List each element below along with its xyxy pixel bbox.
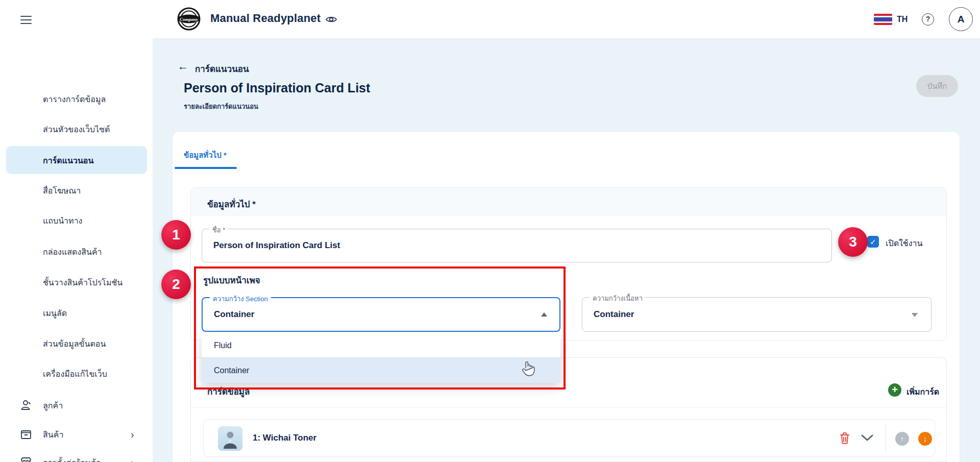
preview-eye-icon[interactable] [325, 15, 337, 24]
company-logo: Company [177, 7, 201, 31]
breadcrumb-back[interactable]: การ์ดแนวนอน [195, 62, 249, 76]
section-width-value: Container [214, 309, 254, 320]
site-title: Manual Readyplanet [210, 12, 321, 25]
sidebar-item-horizontal-card[interactable]: การ์ดแนวนอน [6, 146, 147, 174]
name-field-label: ชื่อ * [209, 225, 228, 235]
data-cards-title: การ์ดข้อมูล [207, 384, 250, 398]
caret-up-icon [541, 312, 547, 317]
thai-flag-icon[interactable] [874, 14, 892, 25]
section-width-label: ความกว้าง Section [210, 294, 271, 304]
card-row-avatar [218, 426, 242, 451]
store-settings-icon [19, 456, 33, 462]
tab-general-info[interactable]: ข้อมูลทั่วไป * [184, 149, 227, 161]
sidebar-item-web-editor-tools[interactable]: เครื่องมือแก้ไขเว็บ [0, 359, 153, 388]
page-title: Person of Inspiration Card List [184, 81, 370, 95]
section-divider [191, 407, 946, 408]
name-field[interactable]: ชื่อ * Person of Inspiration Card List [202, 229, 832, 262]
sidebar-nav: ตารางการ์ดข้อมูล ส่วนหัวของเว็บไซต์ การ์… [0, 38, 153, 462]
app-root: Company Manual Readyplanet TH ? A ตารางก… [0, 0, 980, 462]
row-actions-divider [886, 424, 886, 453]
content-width-label: ความกว้างเนื้อหา [590, 293, 646, 304]
add-card-plus-icon[interactable]: + [888, 383, 901, 397]
delete-card-trash-icon[interactable] [839, 431, 851, 445]
chevron-right-icon: › [131, 457, 134, 462]
expand-card-chevron-icon[interactable] [860, 433, 874, 443]
back-arrow-icon[interactable]: ← [178, 60, 188, 72]
sidebar-item-nav-bar[interactable]: แถบนำทาง [0, 206, 153, 235]
section-width-dropdown-menu: Fluid Container [202, 333, 560, 383]
sidebar-item-ad-media[interactable]: สื่อโฆษณา [0, 176, 153, 205]
annotation-badge-1: 1 [161, 220, 191, 250]
svg-text:Company: Company [180, 17, 199, 22]
content-width-select[interactable]: ความกว้างเนื้อหา Container [582, 297, 932, 332]
general-info-card-title: ข้อมูลทั่วไป * [207, 197, 256, 211]
page-subtitle: รายละเอียดการ์ดแนวนอน [184, 101, 258, 112]
sidebar-item-store-settings[interactable]: การตั้งค่าร้านค้า › [0, 448, 153, 462]
content-width-value: Container [594, 309, 634, 320]
sidebar-item-promo-shelf[interactable]: ชั้นวางสินค้าโปรโมชัน [0, 268, 153, 297]
customer-icon [19, 399, 33, 412]
move-down-button[interactable]: ↓ [918, 432, 932, 446]
enable-checkbox[interactable]: ✓ [867, 236, 879, 248]
dropdown-option-container[interactable]: Container [202, 357, 560, 383]
hamburger-menu-icon[interactable] [20, 16, 32, 25]
sidebar-item-customers[interactable]: ลูกค้า [0, 391, 153, 420]
page-layout-heading: รูปแบบหน้าเพจ [203, 273, 260, 287]
name-field-value: Person of Inspiration Card List [213, 240, 340, 251]
sidebar-item-steps-section[interactable]: ส่วนข้อมูลขั้นตอน [0, 329, 153, 358]
sidebar-item-card-table[interactable]: ตารางการ์ดข้อมูล [0, 84, 153, 114]
enable-checkbox-label: เปิดใช้งาน [886, 237, 922, 250]
mouse-hand-cursor-icon [520, 360, 536, 377]
product-icon [19, 428, 33, 441]
save-button[interactable]: บันทึก [916, 75, 958, 97]
chevron-right-icon: › [131, 429, 134, 440]
sidebar-item-products[interactable]: สินค้า › [0, 420, 153, 449]
sidebar-item-site-header[interactable]: ส่วนหัวของเว็บไซต์ [0, 114, 153, 144]
general-info-card-header [191, 188, 946, 216]
top-header: Company Manual Readyplanet TH ? A [0, 0, 980, 38]
user-avatar[interactable]: A [949, 7, 973, 31]
dropdown-option-fluid[interactable]: Fluid [202, 333, 560, 357]
card-row-title: 1: Wichai Toner [253, 433, 316, 443]
sidebar-item-product-box[interactable]: กล่องแสดงสินค้า [0, 237, 153, 266]
move-up-button[interactable]: ↑ [895, 432, 909, 446]
annotation-badge-2: 2 [161, 270, 191, 299]
caret-down-icon [912, 313, 918, 317]
help-icon[interactable]: ? [922, 13, 934, 26]
active-tab-indicator [175, 167, 237, 169]
annotation-badge-3: 3 [838, 227, 868, 257]
add-card-button[interactable]: เพิ่มการ์ด [906, 385, 939, 398]
section-width-select[interactable]: ความกว้าง Section Container [202, 297, 560, 332]
sidebar-item-quick-menu[interactable]: เมนูลัด [0, 298, 153, 328]
card-row[interactable]: 1: Wichai Toner ↑ ↓ [203, 419, 935, 457]
language-selector[interactable]: TH [897, 15, 908, 24]
